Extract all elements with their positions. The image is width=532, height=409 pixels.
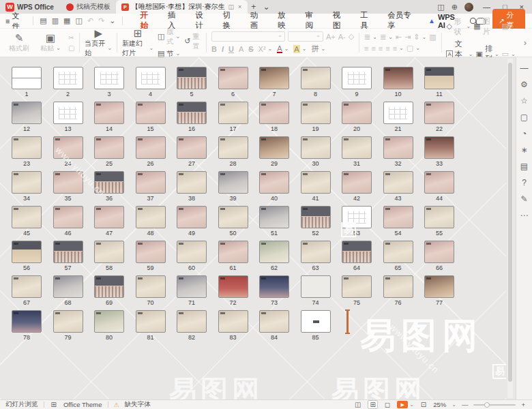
slide-thumbnail-60[interactable] [177, 241, 207, 263]
slide-thumbnail-61[interactable] [218, 241, 248, 263]
slide-cell[interactable]: 61 [218, 241, 259, 275]
numbering-button[interactable]: ≣⌄ [380, 33, 393, 42]
slide-thumbnail-36[interactable] [94, 171, 124, 194]
font-color-button[interactable]: A⌄ [277, 45, 289, 53]
slide-cell[interactable]: 80 [93, 310, 135, 345]
slide-thumbnail-80[interactable] [94, 310, 124, 333]
slide-cell[interactable]: 9 [341, 67, 383, 102]
slide-thumbnail-5[interactable] [177, 67, 207, 89]
slide-cell[interactable]: 84 [258, 310, 300, 345]
slide-cell[interactable]: 7 [258, 67, 300, 102]
pinyin-button[interactable]: 拼⌄ [311, 44, 325, 54]
slide-cell[interactable]: 82 [176, 310, 218, 345]
italic-button[interactable]: I [222, 45, 224, 53]
slide-cell[interactable]: 40 [258, 171, 300, 206]
grow-font-button[interactable]: A+ [326, 33, 336, 41]
slide-cell[interactable]: 45 [11, 206, 53, 241]
slide-cell[interactable]: 8 [300, 67, 342, 102]
slide-cell[interactable]: 73 [258, 275, 300, 310]
slide-cell[interactable]: 51 [258, 206, 300, 241]
normal-view-button[interactable]: ◫ [353, 401, 362, 408]
clear-format-icon[interactable]: ◇ [349, 32, 354, 41]
split-view-icon[interactable]: ◫ [437, 3, 444, 12]
indent-left-icon[interactable]: ⇤ [396, 33, 402, 42]
slide-cell[interactable]: 75 [341, 275, 383, 310]
slide-cell[interactable]: 83 [218, 310, 259, 345]
slide-thumbnail-25[interactable] [94, 136, 124, 159]
print-icon[interactable]: ▦ [63, 16, 70, 25]
slide-cell[interactable]: 68 [53, 275, 94, 310]
slide-thumbnail-24[interactable] [53, 136, 83, 159]
shrink-font-button[interactable]: A- [338, 33, 346, 41]
text-direction-button[interactable]: ⇕⌄ [413, 33, 426, 42]
slide-cell[interactable]: 44 [424, 171, 465, 206]
slide-thumbnail-72[interactable] [218, 275, 248, 298]
slide-cell[interactable]: 2 [53, 67, 94, 102]
format-painter-button[interactable]: ✎ 格式刷 [5, 33, 33, 53]
shapes-library-icon[interactable]: ▢ [520, 113, 528, 121]
slide-thumbnail-14[interactable] [94, 102, 124, 124]
slide-cell[interactable]: 24 [53, 136, 94, 171]
slide-thumbnail-38[interactable] [177, 171, 207, 194]
line-spacing-button[interactable]: ≡⌄ [393, 44, 404, 52]
slide-cell[interactable]: 69 [93, 275, 135, 310]
undo-icon[interactable]: ↶ [87, 16, 93, 25]
slide-cell[interactable]: 14 [93, 102, 135, 136]
zoom-caret-icon[interactable]: ⌄ [452, 402, 456, 408]
slide-thumbnail-45[interactable] [12, 206, 42, 228]
play-caret-icon[interactable]: ⌄ [409, 402, 414, 408]
slide-cell[interactable]: 34 [11, 171, 53, 206]
layout-button[interactable]: ◫ 版式⌄ [158, 27, 180, 46]
slide-thumbnail-82[interactable] [177, 310, 207, 333]
slide-thumbnail-84[interactable] [259, 310, 289, 333]
save-as-icon[interactable]: ▥ [52, 16, 59, 25]
slide-thumbnail-55[interactable] [424, 206, 454, 228]
copy-icon[interactable]: ▢ [68, 44, 74, 52]
slide-cell[interactable]: 42 [341, 171, 383, 206]
slide-cell[interactable]: 54 [383, 206, 424, 241]
slide-cell[interactable]: 58 [93, 241, 135, 275]
properties-icon[interactable]: ⚙ [520, 80, 528, 89]
underline-button[interactable]: U [228, 45, 234, 53]
slide-thumbnail-35[interactable] [53, 171, 83, 194]
slide-cell[interactable]: 31 [341, 136, 383, 171]
user-avatar[interactable] [464, 3, 473, 12]
slide-thumbnail-29[interactable] [259, 136, 289, 159]
slide-cell[interactable]: 74 [300, 275, 342, 310]
slide-thumbnail-62[interactable] [259, 241, 289, 263]
slide-cell[interactable]: 46 [53, 206, 94, 241]
bold-button[interactable]: B [211, 45, 217, 53]
zoom-in-button[interactable]: + [521, 401, 525, 408]
slide-cell[interactable]: 52 [300, 206, 342, 241]
scrollbar-thumb[interactable] [508, 63, 512, 382]
slide-cell[interactable]: 22 [424, 102, 465, 136]
paragraph-more-button[interactable]: ▢⌄ [407, 44, 420, 52]
slide-thumbnail-75[interactable] [342, 275, 372, 298]
slide-cell[interactable]: 33 [424, 136, 465, 171]
slide-thumbnail-85[interactable] [301, 310, 331, 333]
slide-thumbnail-10[interactable] [383, 67, 413, 89]
slide-thumbnail-15[interactable] [136, 102, 166, 124]
slide-thumbnail-49[interactable] [177, 206, 207, 228]
zoom-slider-knob[interactable] [484, 402, 490, 408]
slide-thumbnail-1[interactable] [12, 67, 42, 89]
highlight-button[interactable]: A⌄ [293, 45, 306, 53]
slide-cell[interactable]: 64 [341, 241, 383, 275]
slide-sorter-view-button[interactable]: ⊞ [368, 400, 377, 409]
slide-cell[interactable]: 56 [11, 241, 53, 275]
slide-cell[interactable]: 35 [53, 171, 94, 206]
slide-thumbnail-7[interactable] [259, 67, 289, 89]
indent-right-icon[interactable]: ⇥ [404, 33, 411, 42]
slide-cell[interactable]: 72 [218, 275, 259, 310]
slide-thumbnail-30[interactable] [301, 136, 331, 159]
slide-thumbnail-74[interactable] [301, 275, 331, 298]
slide-cell[interactable]: 21 [383, 102, 424, 136]
slide-thumbnail-17[interactable] [218, 102, 248, 124]
slide-thumbnail-79[interactable] [53, 310, 83, 333]
slide-thumbnail-48[interactable] [136, 206, 166, 228]
slide-cell[interactable]: 49 [176, 206, 218, 241]
font-size-select[interactable] [288, 31, 323, 42]
slide-thumbnail-47[interactable] [94, 206, 124, 228]
reset-button[interactable]: ↺ 重置 [184, 32, 201, 51]
slide-cell[interactable]: 50 [218, 206, 259, 241]
